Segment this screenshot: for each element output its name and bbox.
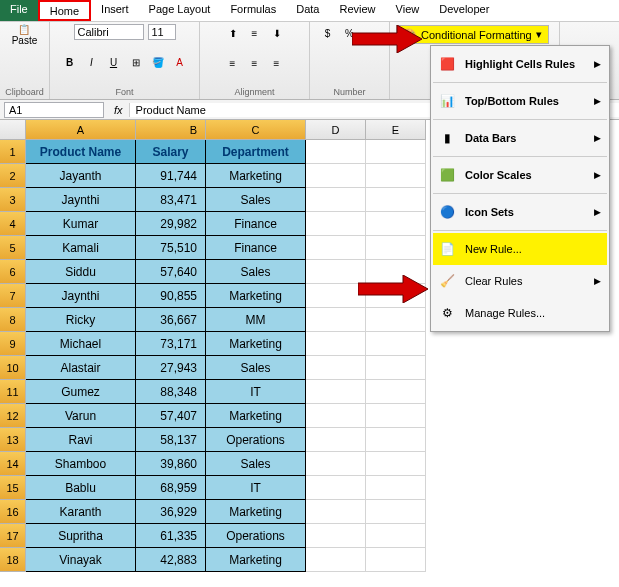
cell-D6[interactable] (306, 260, 366, 284)
row-header-4[interactable]: 4 (0, 212, 26, 236)
cell-B3[interactable]: 83,471 (136, 188, 206, 212)
cell-C9[interactable]: Marketing (206, 332, 306, 356)
cell-A1[interactable]: Product Name (26, 140, 136, 164)
font-name-select[interactable] (74, 24, 144, 40)
cell-E14[interactable] (366, 452, 426, 476)
cell-D16[interactable] (306, 500, 366, 524)
row-header-15[interactable]: 15 (0, 476, 26, 500)
cell-A11[interactable]: Gumez (26, 380, 136, 404)
cell-B12[interactable]: 57,407 (136, 404, 206, 428)
cell-D2[interactable] (306, 164, 366, 188)
cell-A10[interactable]: Alastair (26, 356, 136, 380)
cell-B17[interactable]: 61,335 (136, 524, 206, 548)
cell-D15[interactable] (306, 476, 366, 500)
cell-C7[interactable]: Marketing (206, 284, 306, 308)
tab-page-layout[interactable]: Page Layout (139, 0, 221, 21)
border-button[interactable]: ⊞ (127, 54, 145, 72)
cell-B4[interactable]: 29,982 (136, 212, 206, 236)
cell-B14[interactable]: 39,860 (136, 452, 206, 476)
cell-C14[interactable]: Sales (206, 452, 306, 476)
menu-clear-rules[interactable]: 🧹Clear Rules▶ (433, 265, 607, 297)
fill-color-button[interactable]: 🪣 (149, 54, 167, 72)
cell-B7[interactable]: 90,855 (136, 284, 206, 308)
cell-E12[interactable] (366, 404, 426, 428)
cell-C1[interactable]: Department (206, 140, 306, 164)
fx-icon[interactable]: fx (108, 104, 129, 116)
row-header-7[interactable]: 7 (0, 284, 26, 308)
tab-data[interactable]: Data (286, 0, 329, 21)
menu-color-scales[interactable]: 🟩Color Scales▶ (433, 159, 607, 191)
menu-data-bars[interactable]: ▮Data Bars▶ (433, 122, 607, 154)
row-header-2[interactable]: 2 (0, 164, 26, 188)
cell-B9[interactable]: 73,171 (136, 332, 206, 356)
cell-B2[interactable]: 91,744 (136, 164, 206, 188)
row-header-10[interactable]: 10 (0, 356, 26, 380)
cell-D9[interactable] (306, 332, 366, 356)
cell-C3[interactable]: Sales (206, 188, 306, 212)
cell-D1[interactable] (306, 140, 366, 164)
row-header-8[interactable]: 8 (0, 308, 26, 332)
row-header-14[interactable]: 14 (0, 452, 26, 476)
name-box[interactable] (4, 102, 104, 118)
select-all-corner[interactable] (0, 120, 26, 140)
cell-D10[interactable] (306, 356, 366, 380)
row-header-17[interactable]: 17 (0, 524, 26, 548)
row-header-9[interactable]: 9 (0, 332, 26, 356)
align-center-button[interactable]: ≡ (246, 55, 264, 73)
align-middle-button[interactable]: ≡ (246, 24, 264, 42)
cell-B6[interactable]: 57,640 (136, 260, 206, 284)
menu-manage-rules[interactable]: ⚙Manage Rules... (433, 297, 607, 329)
cell-A12[interactable]: Varun (26, 404, 136, 428)
cell-D5[interactable] (306, 236, 366, 260)
cell-E5[interactable] (366, 236, 426, 260)
cell-D17[interactable] (306, 524, 366, 548)
cell-E16[interactable] (366, 500, 426, 524)
col-header-C[interactable]: C (206, 120, 306, 140)
cell-A6[interactable]: Siddu (26, 260, 136, 284)
cell-A5[interactable]: Kamali (26, 236, 136, 260)
cell-D14[interactable] (306, 452, 366, 476)
align-bottom-button[interactable]: ⬇ (268, 24, 286, 42)
cell-C10[interactable]: Sales (206, 356, 306, 380)
cell-E13[interactable] (366, 428, 426, 452)
cell-A14[interactable]: Shamboo (26, 452, 136, 476)
row-header-5[interactable]: 5 (0, 236, 26, 260)
cell-E1[interactable] (366, 140, 426, 164)
cell-A8[interactable]: Ricky (26, 308, 136, 332)
cell-B13[interactable]: 58,137 (136, 428, 206, 452)
cell-B1[interactable]: Salary (136, 140, 206, 164)
underline-button[interactable]: U (105, 54, 123, 72)
font-color-button[interactable]: A (171, 54, 189, 72)
italic-button[interactable]: I (83, 54, 101, 72)
tab-developer[interactable]: Developer (429, 0, 499, 21)
cell-C16[interactable]: Marketing (206, 500, 306, 524)
col-header-E[interactable]: E (366, 120, 426, 140)
cell-A9[interactable]: Michael (26, 332, 136, 356)
cell-B18[interactable]: 42,883 (136, 548, 206, 572)
cell-C4[interactable]: Finance (206, 212, 306, 236)
cell-C15[interactable]: IT (206, 476, 306, 500)
row-header-18[interactable]: 18 (0, 548, 26, 572)
bold-button[interactable]: B (61, 54, 79, 72)
cell-E18[interactable] (366, 548, 426, 572)
cell-A15[interactable]: Bablu (26, 476, 136, 500)
align-right-button[interactable]: ≡ (268, 55, 286, 73)
col-header-D[interactable]: D (306, 120, 366, 140)
currency-button[interactable]: $ (319, 24, 337, 42)
cell-C6[interactable]: Sales (206, 260, 306, 284)
cell-D7[interactable] (306, 284, 366, 308)
cell-C13[interactable]: Operations (206, 428, 306, 452)
tab-review[interactable]: Review (329, 0, 385, 21)
row-header-11[interactable]: 11 (0, 380, 26, 404)
cell-B8[interactable]: 36,667 (136, 308, 206, 332)
cell-A2[interactable]: Jayanth (26, 164, 136, 188)
cell-A7[interactable]: Jaynthi (26, 284, 136, 308)
cell-C12[interactable]: Marketing (206, 404, 306, 428)
cell-C8[interactable]: MM (206, 308, 306, 332)
paste-button[interactable]: 📋 Paste (12, 24, 38, 46)
menu-new-rule[interactable]: 📄New Rule... (433, 233, 607, 265)
cell-D13[interactable] (306, 428, 366, 452)
row-header-6[interactable]: 6 (0, 260, 26, 284)
cell-E10[interactable] (366, 356, 426, 380)
row-header-13[interactable]: 13 (0, 428, 26, 452)
